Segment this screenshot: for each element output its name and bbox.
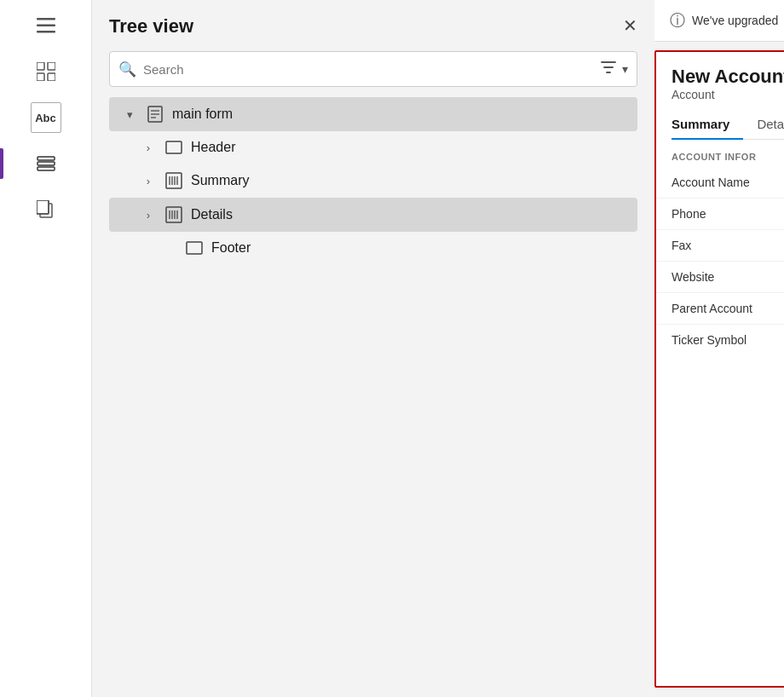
- form-icon: [145, 106, 165, 123]
- search-bar: 🔍 ▾: [109, 51, 637, 87]
- tree-item-main-form[interactable]: ▾ main form: [109, 97, 637, 131]
- chevron-down-icon[interactable]: ▾: [622, 62, 628, 76]
- account-subtitle: Account: [672, 88, 784, 101]
- svg-rect-0: [37, 18, 55, 20]
- svg-rect-18: [166, 173, 182, 188]
- header-icon: [164, 141, 184, 154]
- tree-panel: Tree view ✕ 🔍 ▾ ▾: [92, 0, 654, 697]
- account-title: New Account: [672, 66, 784, 88]
- upgrade-banner: ⓘ We've upgraded: [654, 0, 784, 42]
- copy-pages-icon[interactable]: [31, 194, 61, 225]
- filter-icon[interactable]: [600, 59, 617, 80]
- footer-label: Footer: [211, 240, 251, 256]
- account-card: New Account Account Summary Details ACCO…: [654, 50, 784, 688]
- tree-item-footer[interactable]: › Footer: [109, 232, 637, 264]
- svg-rect-4: [48, 62, 55, 70]
- dashboard-icon[interactable]: [31, 56, 61, 87]
- svg-rect-1: [37, 25, 55, 27]
- footer-icon: [184, 241, 205, 255]
- close-button[interactable]: ✕: [623, 15, 637, 36]
- field-account-name: Account Name: [656, 167, 784, 199]
- summary-label: Summary: [191, 173, 249, 188]
- svg-rect-11: [37, 200, 49, 214]
- field-website: Website: [656, 262, 784, 293]
- tree-item-summary[interactable]: › Summary: [109, 164, 637, 198]
- svg-rect-8: [37, 162, 55, 165]
- search-input[interactable]: [143, 62, 593, 77]
- search-actions: ▾: [600, 59, 628, 80]
- text-abc-icon[interactable]: Abc: [31, 102, 61, 133]
- tree-view-title: Tree view: [109, 15, 637, 37]
- account-card-header: New Account Account Summary Details: [656, 52, 784, 140]
- section-title-account-info: ACCOUNT INFOR: [656, 140, 784, 167]
- svg-rect-7: [37, 157, 55, 160]
- details-icon: [164, 206, 184, 223]
- header-label: Header: [191, 140, 235, 155]
- svg-rect-6: [48, 73, 55, 81]
- field-ticker-symbol: Ticker Symbol: [656, 325, 784, 355]
- svg-rect-17: [166, 141, 182, 153]
- details-label: Details: [191, 207, 233, 222]
- layers-nav-row: [0, 148, 91, 179]
- field-fax: Fax: [656, 230, 784, 262]
- field-parent-account: Parent Account: [656, 293, 784, 325]
- tree-item-details[interactable]: › Details: [109, 198, 637, 232]
- info-icon: ⓘ: [670, 10, 685, 31]
- summary-icon: [164, 172, 184, 189]
- search-icon: 🔍: [118, 60, 136, 78]
- tab-summary[interactable]: Summary: [672, 110, 743, 140]
- main-content: Tree view ✕ 🔍 ▾ ▾: [92, 0, 784, 697]
- layers-icon[interactable]: [31, 148, 61, 179]
- svg-rect-2: [37, 31, 55, 33]
- chevron-icon: ▾: [121, 108, 138, 121]
- svg-rect-28: [187, 242, 202, 254]
- preview-panel: ⓘ We've upgraded New Account Account Sum…: [654, 0, 784, 697]
- hamburger-menu-icon[interactable]: [31, 10, 61, 41]
- svg-rect-9: [37, 167, 55, 170]
- sidebar-nav: Abc: [0, 0, 92, 697]
- field-phone: Phone: [656, 199, 784, 230]
- svg-rect-23: [166, 207, 182, 222]
- tab-details[interactable]: Details: [757, 110, 784, 139]
- tree-item-header[interactable]: › Header: [109, 131, 637, 164]
- account-tabs: Summary Details: [672, 110, 784, 140]
- main-form-label: main form: [172, 107, 233, 122]
- svg-rect-3: [37, 62, 44, 70]
- upgrade-text: We've upgraded: [692, 14, 778, 27]
- details-chevron: ›: [140, 209, 157, 222]
- tree-container: ▾ main form ›: [109, 97, 637, 264]
- svg-rect-5: [37, 73, 44, 81]
- header-chevron: ›: [140, 141, 157, 154]
- summary-chevron: ›: [140, 175, 157, 187]
